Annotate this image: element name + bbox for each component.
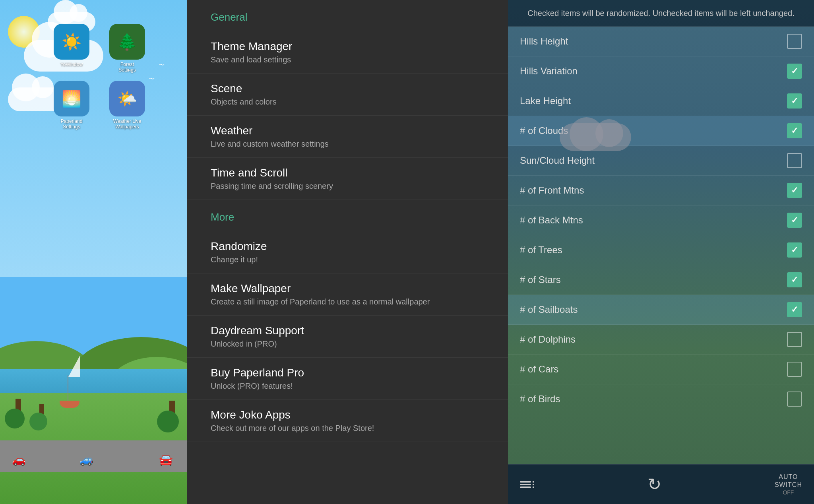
menu-item-weather-title: Weather (211, 124, 484, 137)
menu-item-more-joko[interactable]: More Joko Apps Check out more of our app… (187, 400, 508, 442)
randomize-panel: Checked items will be randomized. Unchec… (508, 0, 814, 504)
menu-item-theme-manager-subtitle: Save and load settings (211, 55, 484, 64)
checkbox-cars[interactable] (787, 362, 802, 377)
checkbox-birds[interactable] (787, 392, 802, 407)
check-item-hills-variation[interactable]: Hills Variation (508, 56, 814, 86)
menu-item-weather-subtitle: Live and custom weather settings (211, 140, 484, 149)
checklist[interactable]: Hills Height Hills Variation Lake Height… (508, 27, 814, 464)
menu-item-time-scroll-subtitle: Passing time and scrolling scenery (211, 182, 484, 191)
check-item-dolphins-label: # of Dolphins (520, 334, 576, 345)
more-section-header: More (187, 200, 508, 231)
check-item-trees-label: # of Trees (520, 244, 562, 256)
phone-screen: 〜 〜 〜 🐬🐬 🚗 🚙 🚘 ☀️ YoWindow � (0, 0, 187, 504)
menu-item-more-joko-subtitle: Check out more of our apps on the Play S… (211, 424, 484, 433)
bird-3: 〜 (159, 62, 165, 69)
menu-item-scene[interactable]: Scene Objects and colors (187, 74, 508, 116)
check-item-front-mtns-label: # of Front Mtns (520, 185, 584, 196)
car-red: 🚗 (12, 453, 26, 466)
check-item-hills-height-label: Hills Height (520, 36, 568, 47)
switch-off-label: OFF (783, 489, 794, 496)
check-item-sun-cloud-height-label: Sun/Cloud Height (520, 155, 595, 166)
switch-label: SWITCH (775, 481, 802, 488)
check-item-birds[interactable]: # of Birds (508, 384, 814, 414)
app-paperland[interactable]: 🌅 PaperlandSettings (48, 81, 95, 130)
app-paperland-label: PaperlandSettings (61, 118, 83, 130)
tree-1 (12, 399, 25, 428)
car-blue: 🚙 (79, 453, 93, 466)
cloud-overlay-top2 (595, 119, 623, 147)
check-item-cars-label: # of Cars (520, 364, 558, 375)
menu-item-daydream-subtitle: Unlocked in (PRO) (211, 339, 484, 349)
checkbox-trees[interactable] (787, 242, 802, 258)
randomize-header: Checked items will be randomized. Unchec… (508, 0, 814, 27)
checkbox-front-mtns[interactable] (787, 183, 802, 198)
check-item-back-mtns[interactable]: # of Back Mtns (508, 205, 814, 235)
app-yowindow[interactable]: ☀️ YoWindow (48, 24, 95, 73)
menu-item-randomize-subtitle: Change it up! (211, 255, 484, 264)
menu-item-more-joko-title: More Joko Apps (211, 409, 484, 421)
car-green: 🚘 (159, 453, 173, 466)
tree-3 (165, 401, 179, 432)
check-item-front-mtns[interactable]: # of Front Mtns (508, 176, 814, 205)
check-item-clouds[interactable]: # of Clouds (508, 116, 814, 146)
menu-item-time-scroll-title: Time and Scroll (211, 167, 484, 179)
check-item-lake-height-label: Lake Height (520, 95, 571, 107)
check-item-stars-label: # of Stars (520, 274, 561, 285)
check-item-cars[interactable]: # of Cars (508, 355, 814, 384)
menu-panel: General Theme Manager Save and load sett… (187, 0, 508, 504)
right-panel-content: Checked items will be randomized. Unchec… (508, 0, 814, 504)
check-item-dolphins[interactable]: # of Dolphins (508, 325, 814, 355)
checkbox-dolphins[interactable] (787, 332, 802, 347)
randomize-header-text: Checked items will be randomized. Unchec… (520, 7, 802, 19)
check-item-hills-variation-label: Hills Variation (520, 66, 578, 77)
app-weather[interactable]: 🌤️ Weather LiveWallpapers (103, 81, 151, 130)
check-item-sun-cloud-height[interactable]: Sun/Cloud Height (508, 146, 814, 176)
menu-item-make-wallpaper-title: Make Wallpaper (211, 282, 484, 295)
app-forest[interactable]: 🌲 ForestSettings (103, 24, 151, 73)
checkbox-sun-cloud-height[interactable] (787, 153, 802, 168)
checkbox-hills-variation[interactable] (787, 64, 802, 79)
check-item-birds-label: # of Birds (520, 394, 560, 405)
check-item-hills-height[interactable]: Hills Height (508, 27, 814, 56)
menu-item-buy-pro[interactable]: Buy Paperland Pro Unlock (PRO) features! (187, 358, 508, 400)
checkbox-back-mtns[interactable] (787, 213, 802, 228)
menu-item-scene-title: Scene (211, 82, 484, 95)
check-item-stars[interactable]: # of Stars (508, 265, 814, 295)
sailboat (60, 375, 79, 408)
list-icon (520, 481, 534, 488)
menu-item-weather[interactable]: Weather Live and custom weather settings (187, 116, 508, 158)
app-weather-label: Weather LiveWallpapers (113, 118, 141, 130)
menu-item-theme-manager-title: Theme Manager (211, 40, 484, 53)
menu-item-scene-subtitle: Objects and colors (211, 97, 484, 107)
menu-item-make-wallpaper-subtitle: Create a still image of Paperland to use… (211, 297, 484, 306)
checkbox-hills-height[interactable] (787, 34, 802, 49)
menu-item-randomize-title: Randomize (211, 240, 484, 253)
toolbar-list-button[interactable] (520, 481, 534, 488)
bottom-toolbar: ↻ AUTO SWITCH OFF (508, 464, 814, 504)
checkbox-sailboats[interactable] (787, 302, 802, 317)
tree-2 (36, 404, 47, 430)
checkbox-stars[interactable] (787, 272, 802, 287)
auto-switch-button[interactable]: AUTO SWITCH OFF (775, 473, 802, 496)
menu-item-theme-manager[interactable]: Theme Manager Save and load settings (187, 31, 508, 74)
checkbox-lake-height[interactable] (787, 93, 802, 109)
check-item-sailboats-label: # of Sailboats (520, 304, 578, 315)
app-forest-label: ForestSettings (118, 62, 136, 73)
toolbar-refresh-button[interactable]: ↻ (647, 476, 661, 493)
menu-item-daydream-title: Daydream Support (211, 324, 484, 337)
menu-item-time-scroll[interactable]: Time and Scroll Passing time and scrolli… (187, 158, 508, 200)
check-item-back-mtns-label: # of Back Mtns (520, 215, 583, 226)
menu-item-buy-pro-title: Buy Paperland Pro (211, 366, 484, 379)
check-item-lake-height[interactable]: Lake Height (508, 86, 814, 116)
refresh-icon: ↻ (647, 476, 661, 493)
check-item-sailboats[interactable]: # of Sailboats (508, 295, 814, 325)
auto-switch-label: AUTO (779, 473, 798, 481)
menu-item-randomize[interactable]: Randomize Change it up! (187, 231, 508, 273)
menu-item-buy-pro-subtitle: Unlock (PRO) features! (211, 382, 484, 391)
checkbox-clouds[interactable] (787, 123, 802, 138)
general-section-header: General (187, 0, 508, 31)
menu-item-make-wallpaper[interactable]: Make Wallpaper Create a still image of P… (187, 273, 508, 316)
check-item-trees[interactable]: # of Trees (508, 235, 814, 265)
menu-item-daydream[interactable]: Daydream Support Unlocked in (PRO) (187, 316, 508, 358)
app-icons-grid: ☀️ YoWindow 🌲 ForestSettings 🌅 Paperland… (48, 24, 151, 130)
